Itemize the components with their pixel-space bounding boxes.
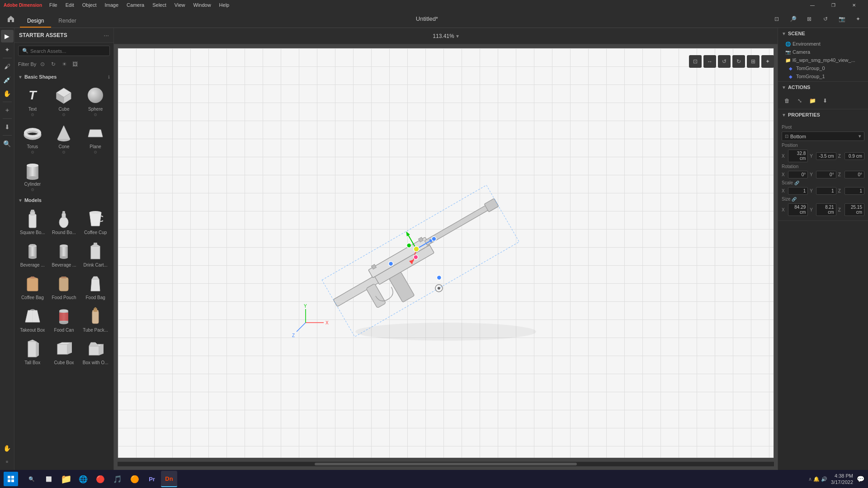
view-reset-button[interactable]: ↺ xyxy=(819,13,832,25)
zoom-control[interactable]: 113.41% ▾ xyxy=(429,32,462,41)
asset-tube-pack[interactable]: Tube Pack... xyxy=(80,303,111,335)
asset-beverage-can-1[interactable]: Beverage ... xyxy=(17,238,48,270)
taskbar-notification-icon[interactable]: 💬 xyxy=(857,475,864,483)
pan-tool[interactable]: ✋ xyxy=(1,442,14,455)
tab-design[interactable]: Design xyxy=(20,15,51,28)
select-tool[interactable]: ▶ xyxy=(1,30,14,42)
scale-x-input[interactable]: 1 xyxy=(788,187,808,195)
menu-help[interactable]: Help xyxy=(216,1,233,9)
rotation-x-input[interactable]: 0° xyxy=(788,171,808,178)
assets-menu-icon[interactable]: ··· xyxy=(104,32,109,39)
taskbar-app-music[interactable]: 🎵 xyxy=(109,471,126,487)
rotation-z-input[interactable]: 0° xyxy=(844,171,864,178)
asset-drink-carton[interactable]: Drink Cart... xyxy=(80,238,111,270)
asset-torus-settings[interactable]: ⚙ xyxy=(31,150,34,155)
delete-action-button[interactable]: 🗑 xyxy=(782,95,793,106)
asset-cube-settings[interactable]: ⚙ xyxy=(62,113,66,117)
taskbar-app-orange[interactable]: 🟠 xyxy=(127,471,143,487)
menu-image[interactable]: Image xyxy=(101,1,123,9)
asset-food-bag[interactable]: Food Bag xyxy=(80,271,111,302)
zoom-out-button[interactable]: ⊠ xyxy=(803,13,816,25)
asset-round-bottle[interactable]: Round Bo... xyxy=(49,206,80,237)
taskbar-dimension[interactable]: Dn xyxy=(161,471,177,487)
pivot-select[interactable]: ⊡ Bottom ▾ xyxy=(782,131,864,141)
rotation-y-input[interactable]: 0° xyxy=(816,171,836,178)
filter-icon-2[interactable]: ↻ xyxy=(49,60,58,69)
asset-cone[interactable]: Cone ⚙ xyxy=(49,120,80,156)
magic-tool[interactable]: ✦ xyxy=(1,43,14,56)
home-button[interactable] xyxy=(4,12,18,26)
scene-item-camera[interactable]: 📷 Camera xyxy=(778,48,868,56)
close-button[interactable]: ✕ xyxy=(844,0,864,10)
viewport-tool-3[interactable]: ↺ xyxy=(718,55,731,68)
basic-shapes-header[interactable]: ▼ Basic Shapes ℹ xyxy=(14,71,113,81)
search-input[interactable] xyxy=(30,48,106,54)
zoom-tool[interactable]: 🔍 xyxy=(1,137,14,150)
asset-tall-box[interactable]: Tall Box xyxy=(17,336,48,367)
properties-header[interactable]: ▼ PROPERTIES xyxy=(778,109,868,120)
filter-icon-1[interactable]: ⊙ xyxy=(38,60,47,69)
asset-cylinder[interactable]: Cylinder ⚙ xyxy=(17,157,48,194)
menu-select[interactable]: Select xyxy=(149,1,170,9)
viewport-tool-5[interactable]: ⊞ xyxy=(747,55,760,68)
taskbar-app-red[interactable]: 🔴 xyxy=(92,471,108,487)
asset-sphere[interactable]: Sphere ⚙ xyxy=(80,82,111,119)
taskbar-search[interactable]: 🔍 xyxy=(24,471,40,487)
viewport-tool-4[interactable]: ↻ xyxy=(732,55,745,68)
eyedropper-tool[interactable]: 💉 xyxy=(1,74,14,86)
tab-render[interactable]: Render xyxy=(51,15,83,28)
actions-header[interactable]: ▼ ACTIONS xyxy=(778,82,868,93)
taskbar-taskview[interactable]: ⬜ xyxy=(41,471,57,487)
menu-camera[interactable]: Camera xyxy=(123,1,148,9)
asset-cube-box[interactable]: Cube Box xyxy=(49,336,80,367)
asset-food-can[interactable]: Food Can xyxy=(49,303,80,335)
menu-file[interactable]: File xyxy=(46,1,61,9)
asset-text[interactable]: T Text ⚙ xyxy=(17,82,48,119)
asset-sphere-settings[interactable]: ⚙ xyxy=(94,113,97,117)
asset-torus[interactable]: Torus ⚙ xyxy=(17,120,48,156)
menu-object[interactable]: Object xyxy=(79,1,100,9)
viewport-tool-2[interactable]: ↔ xyxy=(703,55,716,68)
asset-plane-settings[interactable]: ⚙ xyxy=(94,150,97,155)
start-button[interactable] xyxy=(4,472,18,486)
maximize-button[interactable]: ❐ xyxy=(823,0,844,10)
camera-button[interactable]: 📷 xyxy=(835,13,848,25)
size-z-input[interactable]: 25.15 cm xyxy=(844,203,864,216)
scene-item-tomgroup-0[interactable]: ◆ TomGroup_0 xyxy=(778,64,868,72)
download-tool[interactable]: ⬇ xyxy=(1,121,14,133)
add-tool[interactable]: ＋ xyxy=(1,104,14,117)
scene-item-environment[interactable]: 🌐 Environment xyxy=(778,40,868,48)
drag-tool[interactable]: ✋ xyxy=(1,87,14,100)
scale-y-input[interactable]: 1 xyxy=(816,187,836,195)
render-button[interactable]: ✦ xyxy=(852,13,864,25)
asset-plane[interactable]: Plane ⚙ xyxy=(80,120,111,156)
size-y-input[interactable]: 8.21 cm xyxy=(816,203,836,216)
layers-toggle[interactable]: ≡ xyxy=(1,455,14,468)
scrollbar-thumb[interactable] xyxy=(315,463,577,465)
info-icon[interactable]: ℹ xyxy=(108,75,110,80)
asset-cone-settings[interactable]: ⚙ xyxy=(62,150,66,155)
position-z-input[interactable]: 0.9 cm xyxy=(844,152,864,160)
asset-cylinder-settings[interactable]: ⚙ xyxy=(31,188,34,192)
size-lock-icon[interactable]: 🔗 xyxy=(792,197,797,202)
asset-food-pouch[interactable]: Food Pouch xyxy=(49,271,80,302)
transform-action-button[interactable]: ⤡ xyxy=(794,95,805,106)
asset-takeout-box[interactable]: Takeout Box xyxy=(17,303,48,335)
position-y-input[interactable]: -3.5 cm xyxy=(816,152,836,160)
scale-lock-icon[interactable]: 🔗 xyxy=(794,181,799,185)
export-action-button[interactable]: ⬇ xyxy=(820,95,830,106)
asset-square-bottle[interactable]: Square Bo... xyxy=(17,206,48,237)
asset-beverage-can-2[interactable]: Beverage ... xyxy=(49,238,80,270)
filter-icon-3[interactable]: ☀ xyxy=(60,60,69,69)
models-header[interactable]: ▼ Models xyxy=(14,195,113,205)
menu-window[interactable]: Window xyxy=(189,1,214,9)
zoom-in-button[interactable]: 🔎 xyxy=(787,13,799,25)
viewport-tool-6[interactable]: ✦ xyxy=(761,55,774,68)
scene-item-tomgroup-1[interactable]: ◆ TomGroup_1 xyxy=(778,72,868,80)
taskbar-browser[interactable]: 🌐 xyxy=(75,471,91,487)
folder-action-button[interactable]: 📁 xyxy=(807,95,818,106)
viewport-tool-1[interactable]: ⊡ xyxy=(689,55,702,68)
minimize-button[interactable]: — xyxy=(802,0,823,10)
asset-coffee-cup[interactable]: Coffee Cup xyxy=(80,206,111,237)
scale-z-input[interactable]: 1 xyxy=(844,187,864,195)
